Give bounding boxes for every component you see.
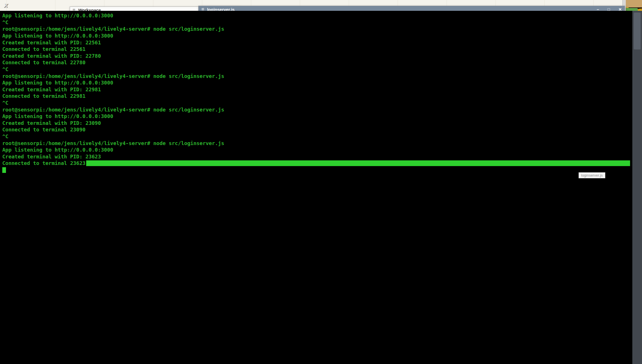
screen: wasea up shar .png ≡ Workspace 1var a = … — [0, 0, 642, 364]
terminal-line: root@sensorpi:/home/jens/lively4/lively4… — [2, 140, 273, 146]
terminal-line: App listening to http://0.0.0.0:3000 — [2, 79, 273, 86]
terminal-line: Created terminal with PID: 23090 — [2, 120, 273, 127]
terminal-line: Created terminal with PID: 23623 — [2, 153, 273, 160]
filename-tooltip: loginserver.js — [579, 172, 605, 178]
terminal-line: Connected to terminal 23090 — [2, 126, 273, 133]
terminal-line: Created terminal with PID: 22561 — [2, 39, 273, 46]
terminal-line: Connected to terminal 22780 — [2, 59, 273, 66]
terminal-screen[interactable]: App listening to http://0.0.0.0:3000^Cro… — [0, 11, 273, 173]
terminal-line: App listening to http://0.0.0.0:3000 — [2, 113, 273, 120]
terminal-line: ^C — [2, 19, 273, 26]
terminal-line: Connected to terminal 22561 — [2, 46, 273, 53]
terminal-line: Connected to terminal 23623 — [2, 160, 273, 167]
terminal-line: root@sensorpi:/home/jens/lively4/lively4… — [2, 73, 273, 79]
terminal-line: Connected to terminal 22981 — [2, 93, 273, 100]
terminal-line: ^C — [2, 100, 273, 106]
terminal-window: X Terminal - jens@sensorpi: ~/lively4/li… — [0, 0, 273, 173]
terminal-cursor — [2, 167, 6, 173]
terminal-line: App listening to http://0.0.0.0:3000 — [2, 32, 273, 39]
lego-brick-tan — [625, 0, 642, 7]
terminal-line: root@sensorpi:/home/jens/lively4/lively4… — [2, 106, 273, 113]
terminal-line: ^C — [2, 133, 273, 140]
terminal-line: App listening to http://0.0.0.0:3000 — [2, 146, 273, 153]
terminal-line: Created terminal with PID: 22981 — [2, 86, 273, 93]
terminal-line: App listening to http://0.0.0.0:3000 — [2, 12, 273, 19]
terminal-line: root@sensorpi:/home/jens/lively4/lively4… — [2, 26, 273, 32]
selection-highlight — [86, 160, 273, 166]
terminal-line: Created terminal with PID: 22780 — [2, 53, 273, 59]
terminal-line: ^C — [2, 66, 273, 73]
